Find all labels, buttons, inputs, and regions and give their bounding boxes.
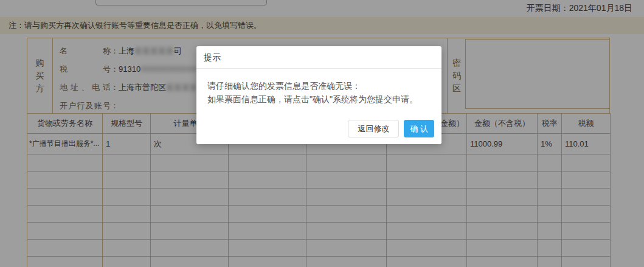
confirm-dialog: 提示 请仔细确认您的发票信息是否准确无误： 如果票面信息正确，请点击"确认"系统… [196,46,441,144]
invoice-page: 开票日期：2021年01月18日 注：请与购买方再次确认银行账号等重要信息是否正… [0,0,644,267]
dialog-message-line2: 如果票面信息正确，请点击"确认"系统将为您提交申请。 [207,92,431,106]
dialog-message: 请仔细确认您的发票信息是否准确无误： 如果票面信息正确，请点击"确认"系统将为您… [196,69,441,106]
confirm-button[interactable]: 确 认 [404,120,434,137]
dialog-title: 提示 [196,46,441,69]
dialog-footer: 返回修改 确 认 [348,120,434,137]
dialog-message-line1: 请仔细确认您的发票信息是否准确无误： [207,79,431,92]
return-modify-button[interactable]: 返回修改 [348,120,399,137]
